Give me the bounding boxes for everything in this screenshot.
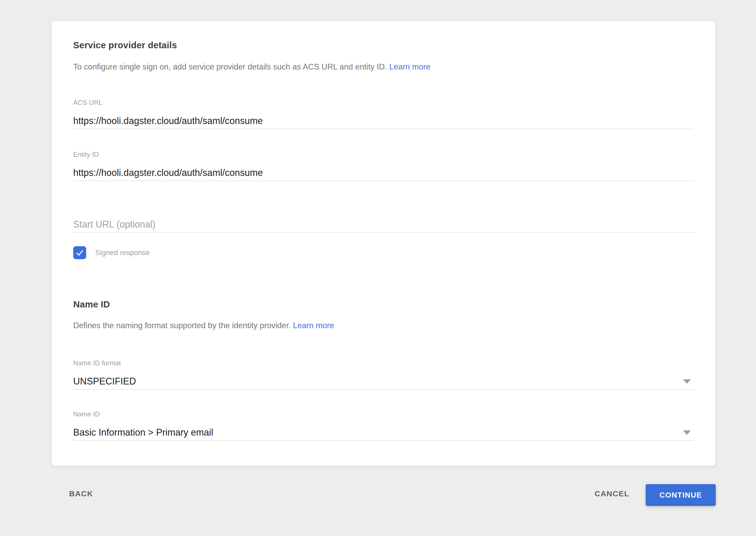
dropdown-arrow-icon bbox=[683, 430, 691, 435]
back-button[interactable]: BACK bbox=[69, 489, 93, 498]
name-id-description: Defines the naming format supported by t… bbox=[73, 320, 694, 331]
cancel-button[interactable]: CANCEL bbox=[594, 489, 629, 498]
name-id-format-value: UNSPECIFIED bbox=[73, 376, 136, 387]
name-id-format-select[interactable]: Name ID format UNSPECIFIED bbox=[73, 358, 694, 390]
start-url-field bbox=[73, 219, 694, 233]
continue-button[interactable]: CONTINUE bbox=[646, 484, 716, 506]
entity-id-input[interactable] bbox=[73, 167, 694, 181]
service-provider-description: To configure single sign on, add service… bbox=[73, 62, 694, 72]
start-url-input[interactable] bbox=[73, 219, 694, 233]
name-id-value-row: Basic Information > Primary email bbox=[73, 427, 694, 441]
entity-id-label: Entity ID bbox=[73, 150, 694, 159]
acs-url-input[interactable] bbox=[73, 115, 694, 129]
learn-more-link-service-provider[interactable]: Learn more bbox=[389, 62, 431, 71]
service-provider-card: Service provider details To configure si… bbox=[51, 21, 716, 466]
learn-more-link-name-id[interactable]: Learn more bbox=[293, 321, 334, 330]
dropdown-arrow-icon bbox=[683, 379, 691, 384]
entity-id-field: Entity ID bbox=[73, 150, 694, 181]
checkmark-icon bbox=[75, 248, 85, 258]
sso-config-page: Service provider details To configure si… bbox=[0, 0, 756, 536]
name-id-label: Name ID bbox=[73, 410, 694, 419]
name-id-select[interactable]: Name ID Basic Information > Primary emai… bbox=[73, 410, 694, 441]
name-id-value: Basic Information > Primary email bbox=[73, 427, 213, 438]
acs-url-label: ACS URL bbox=[73, 98, 694, 107]
name-id-description-text: Defines the naming format supported by t… bbox=[73, 321, 291, 330]
acs-url-field: ACS URL bbox=[73, 98, 694, 129]
service-provider-description-text: To configure single sign on, add service… bbox=[73, 62, 387, 71]
name-id-format-value-row: UNSPECIFIED bbox=[73, 376, 694, 390]
section-title-name-id: Name ID bbox=[73, 299, 694, 310]
section-title-service-provider: Service provider details bbox=[73, 40, 694, 50]
signed-response-row: Signed response bbox=[73, 246, 150, 259]
signed-response-label: Signed response bbox=[95, 249, 150, 257]
name-id-format-label: Name ID format bbox=[73, 358, 694, 367]
signed-response-checkbox[interactable] bbox=[73, 246, 86, 259]
